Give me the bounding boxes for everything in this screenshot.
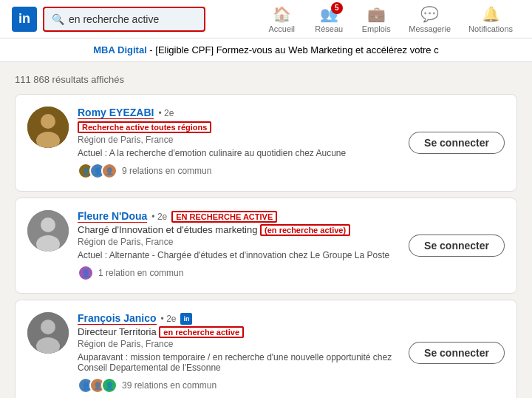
- mutual-count-3: 39 relations en commun: [122, 380, 216, 391]
- profile-name-3[interactable]: François Janico: [78, 312, 157, 325]
- connect-button-1[interactable]: Se connecter: [409, 132, 505, 154]
- jobs-icon: 💼: [367, 5, 386, 23]
- profile-title-2: Chargé d'Innovation et d'études marketin…: [78, 224, 400, 235]
- profile-card-2: Fleure N'Doua • 2e EN RECHERCHE ACTIVE C…: [15, 198, 517, 294]
- svg-point-7: [41, 320, 55, 334]
- profile-location-1: Région de Paris, France: [78, 135, 400, 145]
- nav-items: 🏠 Accueil 👥 5 Réseau 💼 Emplois 💬 Message…: [259, 1, 520, 38]
- mutual-avatars-3: 👤 👤 👤: [78, 377, 117, 394]
- network-icon: 👥 5: [320, 5, 338, 23]
- status-badge-2: (en recherche active): [260, 224, 350, 236]
- notifications-icon: 🔔: [482, 5, 500, 23]
- status-badge-3: en recherche active: [159, 326, 244, 338]
- profile-location-2: Région de Paris, France: [78, 237, 400, 247]
- micro-avatar: 👤: [78, 265, 94, 281]
- nav-label-notifications: Notifications: [468, 24, 513, 33]
- mutual-connections-2: 👤 1 relation en commun: [78, 265, 400, 281]
- degree-badge-3: • 2e: [161, 314, 177, 324]
- search-input[interactable]: [69, 13, 197, 25]
- profile-info-2: Fleure N'Doua • 2e EN RECHERCHE ACTIVE C…: [78, 210, 400, 281]
- linkedin-logo: in: [12, 7, 37, 32]
- degree-badge-2: • 2e: [151, 212, 167, 222]
- profile-name-1[interactable]: Romy EYEZABI: [78, 107, 154, 119]
- profile-name-2[interactable]: Fleure N'Doua: [78, 210, 147, 223]
- mutual-connections-3: 👤 👤 👤 39 relations en commun: [78, 377, 400, 394]
- profile-location-3: Région de Paris, France: [78, 339, 400, 349]
- connect-button-3[interactable]: Se connecter: [409, 342, 505, 364]
- status-badge-1: Recherche active toutes régions: [78, 121, 211, 133]
- messaging-icon: 💬: [420, 5, 439, 23]
- profile-card-1: Romy EYEZABI • 2e Recherche active toute…: [15, 94, 517, 192]
- nav-item-emplois[interactable]: 💼 Emplois: [354, 1, 398, 38]
- profile-name-row-3: François Janico • 2e in: [78, 312, 400, 325]
- svg-point-4: [41, 217, 55, 232]
- banner-link[interactable]: MBA Digital: [93, 44, 146, 55]
- nav-label-emplois: Emplois: [362, 24, 391, 33]
- mutual-count-1: 9 relations en commun: [122, 166, 211, 176]
- nav-item-messagerie[interactable]: 💬 Messagerie: [401, 1, 458, 38]
- mutual-count-2: 1 relation en commun: [98, 268, 183, 278]
- profile-card-3: François Janico • 2e in Directeur Territ…: [15, 300, 517, 398]
- degree-badge-1: • 2e: [158, 108, 174, 118]
- nav-label-messagerie: Messagerie: [409, 24, 451, 33]
- nav-item-notifications[interactable]: 🔔 Notifications: [461, 1, 520, 38]
- navbar: in 🔍 🏠 Accueil 👥 5 Réseau 💼 Emplois 💬 Me…: [0, 0, 532, 38]
- avatar-1: [27, 107, 69, 148]
- mutual-avatars-2: 👤: [78, 265, 94, 281]
- micro-avatar: 👤: [101, 163, 117, 179]
- profile-current-1: Actuel : A la recherche d'emotion culina…: [78, 148, 400, 158]
- profile-title-3: Directeur Territoria en recherche active: [78, 326, 400, 337]
- search-icon: 🔍: [52, 13, 64, 25]
- open-to-work-badge-2: EN RECHERCHE ACTIVE: [171, 211, 277, 223]
- nav-item-accueil[interactable]: 🏠 Accueil: [259, 1, 304, 38]
- avatar-2: [27, 210, 69, 252]
- profile-name-row-1: Romy EYEZABI • 2e: [78, 107, 400, 119]
- svg-point-1: [41, 114, 55, 129]
- micro-avatar: 👤: [101, 377, 117, 394]
- linkedin-badge-icon: in: [180, 313, 192, 325]
- nav-item-reseau[interactable]: 👥 5 Réseau: [307, 1, 351, 38]
- profile-info-3: François Janico • 2e in Directeur Territ…: [78, 312, 400, 394]
- avatar-3: [27, 312, 69, 354]
- profile-current-2: Actuel : Alternante - Chargée d'études e…: [78, 250, 400, 260]
- mutual-connections-1: 👤 👤 👤 9 relations en commun: [78, 163, 400, 179]
- search-box[interactable]: 🔍: [43, 7, 205, 32]
- profile-info-1: Romy EYEZABI • 2e Recherche active toute…: [78, 107, 400, 179]
- profile-name-row-2: Fleure N'Doua • 2e EN RECHERCHE ACTIVE: [78, 210, 400, 223]
- profile-previous-3: Auparavant : mission temporaire / en rec…: [78, 352, 400, 373]
- nav-label-reseau: Réseau: [315, 24, 343, 33]
- banner-text: - [Eligible CPF] Formez-vous au Web Mark…: [147, 44, 439, 55]
- connect-button-2[interactable]: Se connecter: [409, 235, 505, 257]
- main-content: 111 868 résultats affichés Romy EYEZABI …: [0, 62, 532, 398]
- results-count: 111 868 résultats affichés: [15, 74, 517, 85]
- mutual-avatars-1: 👤 👤 👤: [78, 163, 117, 179]
- banner: MBA Digital - [Eligible CPF] Formez-vous…: [0, 38, 532, 62]
- home-icon: 🏠: [273, 5, 291, 23]
- nav-label-accueil: Accueil: [268, 24, 294, 33]
- network-badge: 5: [331, 2, 343, 14]
